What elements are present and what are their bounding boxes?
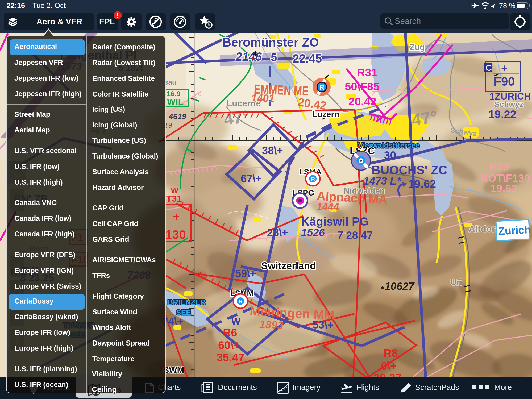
svg-text:Zurich: Zurich [498,224,531,237]
svg-text:59\+: 59\+ [235,268,256,279]
svg-text:Switzerland: Switzerland [261,260,316,271]
svg-text:SEE: SEE [176,308,191,317]
svg-text:23\+: 23\+ [267,227,288,238]
svg-text:WIL: WIL [167,97,184,107]
svg-text:60\+: 60\+ [218,339,240,351]
svg-text:47°: 47° [223,106,251,129]
svg-text:10627: 10627 [385,280,415,292]
svg-text:1526: 1526 [301,227,325,238]
svg-text:19.22: 19.22 [488,108,516,120]
svg-text:R: R [319,83,325,91]
svg-text:130: 130 [165,228,186,242]
svg-text:38\+: 38\+ [262,145,283,156]
svg-text:Kägiswil PG: Kägiswil PG [301,215,369,228]
svg-text:F90: F90 [494,74,515,88]
svg-text:W: W [231,316,240,327]
svg-text:R8: R8 [384,347,398,359]
svg-text:T31: T31 [166,193,182,203]
svg-text:20.42: 20.42 [348,95,376,108]
svg-text:Schwyz: Schwyz [494,100,523,109]
svg-text:BRIENZER: BRIENZER [168,298,206,306]
svg-text:35.47: 35.47 [217,351,244,364]
svg-text:67\+: 67\+ [241,173,262,184]
svg-text:Uri: Uri [451,278,462,287]
svg-text:50\F85: 50\F85 [345,80,380,93]
svg-text:Luzern: Luzern [312,110,339,119]
svg-text:47°: 47° [410,107,439,130]
svg-text:19.62: 19.62 [491,182,517,194]
svg-text:0\+: 0\+ [381,360,397,372]
svg-text:4619: 4619 [168,112,186,121]
svg-text:R39: R39 [489,161,509,172]
svg-text:1893: 1893 [259,318,284,331]
svg-text:1473 L: 1473 L [363,175,397,187]
svg-text:Beromünster ZO: Beromünster ZO [222,35,319,49]
svg-text:sau: sau [164,78,176,86]
svg-text:R: R [239,298,243,304]
svg-text:SWM: SWM [163,365,184,375]
svg-text:+: + [501,62,507,74]
svg-text:✶: ✶ [251,55,257,63]
svg-text:22.45: 22.45 [293,52,322,65]
svg-text:7 28.47: 7 28.47 [337,229,373,241]
svg-text:C: C [485,63,492,73]
svg-text:19.62: 19.62 [408,178,436,190]
svg-text:R6: R6 [223,326,237,339]
svg-text:1444: 1444 [317,201,339,212]
svg-text:R31: R31 [357,66,377,79]
svg-text:*: * [397,175,402,187]
svg-text:5: 5 [271,51,277,64]
svg-text:+: + [173,210,180,223]
svg-text:Lucerne: Lucerne [227,98,261,108]
svg-text:R: R [311,176,315,182]
svg-text:30: 30 [384,149,396,161]
svg-text:Zug: Zug [410,43,425,52]
svg-text:Altdorf: Altdorf [469,224,498,234]
